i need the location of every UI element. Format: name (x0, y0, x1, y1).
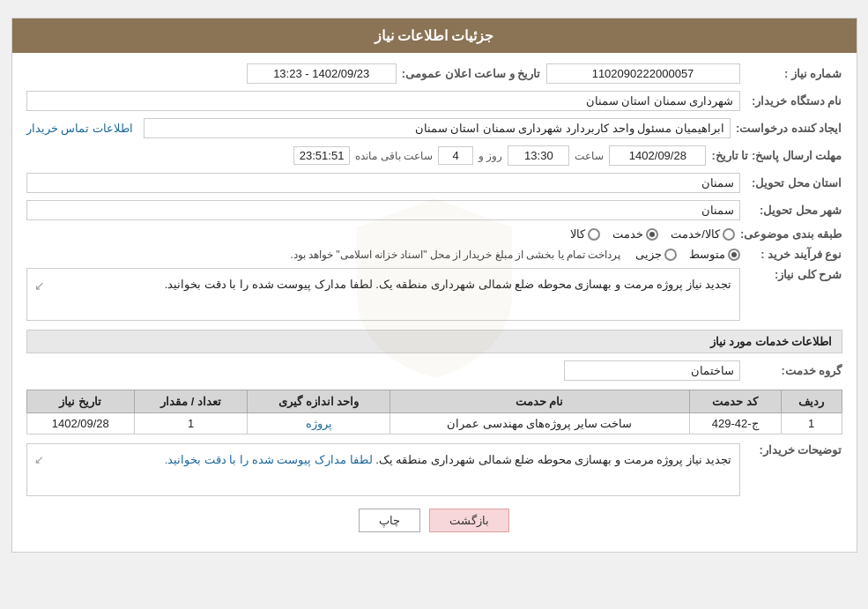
table-row: 1 ج-42-429 ساخت سایر پروژه‌های مهندسی عم… (26, 413, 842, 434)
province-value: سمنان (26, 173, 740, 193)
buyer-notes-highlight: لطفا مدارک پیوست شده را با دقت بخوانید. (165, 453, 373, 466)
purchase-type-radio-group: متوسط جزیی (635, 248, 740, 261)
service-group-value: ساختمان (564, 360, 740, 381)
purchase-radio-medium (728, 249, 740, 261)
city-label: شهر محل تحویل: (746, 204, 842, 217)
col-header-row: ردیف (781, 390, 842, 413)
general-desc-label: شرح کلی نیاز: (746, 268, 842, 281)
need-number-value: 1102090222000057 (546, 63, 740, 84)
buyer-notes-box: تجدید نیاز پروژه مرمت و بهسازی محوطه ضلع… (26, 443, 740, 496)
cell-row-0: 1 (781, 413, 842, 434)
contact-link[interactable]: اطلاعات تماس خریدار (26, 122, 133, 135)
services-section-title: اطلاعات خدمات مورد نیاز (26, 330, 842, 353)
category-label: طبقه بندی موضوعی: (740, 227, 842, 241)
countdown-value: 23:51:51 (293, 146, 351, 165)
resize-icon: ↙ (34, 276, 45, 295)
buyer-notes-label: توضیحات خریدار: (746, 443, 842, 457)
city-value: سمنان (26, 200, 740, 220)
public-date-value: 1402/09/23 - 13:23 (247, 63, 397, 84)
cell-unit-0[interactable]: پروژه (248, 413, 390, 434)
page-header: جزئیات اطلاعات نیاز (12, 19, 857, 53)
category-option-khadamat[interactable]: خدمت (612, 227, 658, 241)
resize-icon-2: ↙ (34, 451, 44, 470)
need-number-label: شماره نیاز : (746, 67, 842, 80)
buyer-value: شهرداری سمنان استان سمنان (26, 91, 740, 111)
province-label: استان محل تحویل: (746, 176, 842, 189)
cell-code-0: ج-42-429 (689, 413, 781, 434)
creator-value: ابراهیمیان مسئول واحد کاربردارد شهرداری … (144, 118, 731, 138)
public-date-label: تاریخ و ساعت اعلان عمومی: (402, 67, 541, 80)
cell-date-0: 1402/09/28 (26, 413, 135, 434)
buyer-label: نام دستگاه خریدار: (746, 94, 842, 108)
category-radio-kala-khadamat (723, 228, 735, 241)
category-radio-group: کالا/خدمت خدمت کالا (570, 227, 735, 241)
col-header-unit: واحد اندازه گیری (248, 390, 390, 413)
deadline-label: مهلت ارسال پاسخ: تا تاریخ: (711, 149, 842, 162)
col-header-date: تاریخ نیاز (26, 390, 135, 413)
purchase-type-label: نوع فرآیند خرید : (746, 248, 842, 261)
general-desc-box: تجدید نیاز پروژه مرمت و بهسازی محوطه ضلع… (26, 268, 740, 321)
services-table-section: ردیف کد حدمت نام حدمت واحد اندازه گیری ت… (26, 390, 842, 434)
cell-count-0: 1 (135, 413, 248, 434)
category-radio-khadamat (646, 228, 658, 241)
deadline-time-label: ساعت (575, 150, 604, 162)
purchase-radio-small (664, 249, 677, 261)
day-label: روز و (479, 150, 502, 162)
back-button[interactable]: بازگشت (429, 509, 509, 532)
day-value: 4 (438, 146, 473, 165)
header-title: جزئیات اطلاعات نیاز (375, 28, 494, 43)
purchase-note: پرداخت تمام یا بخشی از مبلغ خریدار از مح… (290, 249, 620, 261)
col-header-name: نام حدمت (389, 390, 689, 413)
print-button[interactable]: چاپ (359, 509, 420, 532)
cell-name-0: ساخت سایر پروژه‌های مهندسی عمران (389, 413, 689, 434)
general-desc-text: تجدید نیاز پروژه مرمت و بهسازی محوطه ضلع… (165, 278, 732, 291)
col-header-count: تعداد / مقدار (135, 390, 248, 413)
category-option-kala[interactable]: کالا (570, 227, 600, 241)
deadline-time: 13:30 (508, 145, 569, 166)
purchase-option-small[interactable]: جزیی (635, 248, 677, 261)
creator-label: ایجاد کننده درخواست: (736, 122, 842, 135)
service-group-label: گروه خدمت: (746, 364, 842, 377)
col-header-code: کد حدمت (689, 390, 781, 413)
time-remaining-label: ساعت باقی مانده (355, 150, 433, 162)
category-option-kala-khadamat[interactable]: کالا/خدمت (671, 227, 735, 241)
buyer-notes-text: تجدید نیاز پروژه مرمت و بهسازی محوطه ضلع… (165, 453, 732, 466)
action-buttons: بازگشت چاپ (26, 509, 842, 532)
services-table: ردیف کد حدمت نام حدمت واحد اندازه گیری ت… (26, 390, 842, 434)
purchase-option-medium[interactable]: متوسط (689, 248, 740, 261)
category-radio-kala (588, 228, 600, 241)
deadline-date: 1402/09/28 (609, 145, 706, 166)
